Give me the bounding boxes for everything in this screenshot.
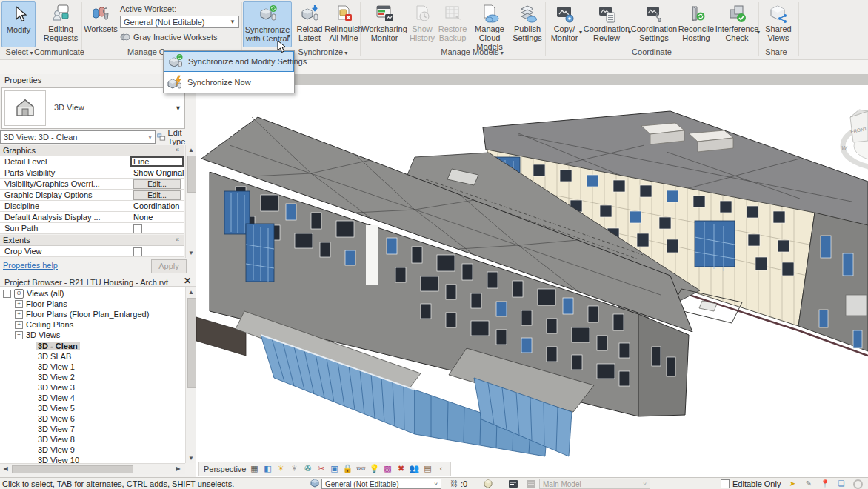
collapse-expander-icon[interactable]: −	[3, 290, 11, 298]
temporary-hide-isolate-icon[interactable]: 👓	[355, 464, 366, 474]
tree-item-3d-view-6[interactable]: 3D View 6	[38, 413, 75, 424]
property-row-default-analysis-display[interactable]: Default Analysis Display ... None	[0, 212, 184, 223]
properties-help-link[interactable]: Properties help	[3, 261, 58, 270]
collapse-expander-icon[interactable]: −	[15, 331, 23, 339]
apply-button[interactable]: Apply	[151, 259, 187, 273]
property-row-parts-visibility[interactable]: Parts Visibility Show Original	[0, 167, 184, 179]
scrollbar-thumb[interactable]	[187, 298, 196, 388]
scroll-right-icon[interactable]: ▶	[173, 464, 183, 473]
reconcile-hosting-button[interactable]: Reconcile Hosting	[678, 1, 714, 47]
worksharing-display-icon[interactable]: 👥	[409, 464, 419, 474]
section-extents[interactable]: Extents«	[0, 235, 184, 246]
menu-item-synchronize-now[interactable]: Synchronize Now	[164, 72, 294, 93]
collapse-section-icon[interactable]: «	[176, 236, 179, 243]
copy-monitor-button[interactable]: Copy/ Monitor ▾	[548, 1, 581, 47]
property-row-crop-view[interactable]: Crop View	[0, 246, 184, 257]
shadows-icon[interactable]: ☀	[289, 464, 299, 474]
sun-path-checkbox[interactable]	[133, 224, 142, 233]
displacement-icon[interactable]: ✖	[395, 464, 406, 474]
active-workset-dropdown[interactable]: General (Not Editable) ▼	[120, 16, 239, 28]
shared-views-button[interactable]: Shared Views	[763, 1, 794, 47]
browser-scrollbar[interactable]: ▲ ▼	[185, 287, 196, 463]
view-type-label[interactable]: Perspective	[204, 465, 246, 473]
view-cube[interactable]: FRONT W	[841, 110, 868, 168]
3d-model-canvas[interactable]: FRONT W	[196, 85, 868, 477]
tree-item-ceiling-plans[interactable]: + Ceiling Plans	[15, 319, 73, 330]
coordination-settings-button[interactable]: Coordination Settings	[631, 1, 677, 47]
select-elements-filter-icon[interactable]: ➤	[787, 479, 798, 489]
render-dialog-icon[interactable]: ✇	[302, 464, 313, 474]
edit-visibility-graphics-button[interactable]: Edit...	[133, 179, 181, 189]
tree-item-3d-view-7[interactable]: 3D View 7	[38, 424, 75, 434]
active-only-filter-icon[interactable]	[508, 479, 518, 489]
collapse-section-icon[interactable]: «	[176, 146, 179, 153]
scrollbar-thumb[interactable]	[12, 465, 133, 473]
reveal-hidden-elements-icon[interactable]: 💡	[369, 464, 379, 474]
editing-requests-status-icon[interactable]: ⛓	[449, 479, 459, 489]
scroll-down-icon[interactable]: ▼	[186, 248, 196, 258]
interference-check-button[interactable]: Interference Check ▾	[715, 1, 758, 47]
status-workset-dropdown[interactable]: General (Not Editable) ˅	[321, 479, 441, 489]
gray-inactive-worksets-toggle[interactable]: Gray Inactive Worksets	[120, 32, 218, 42]
edit-graphic-display-button[interactable]: Edit...	[133, 190, 181, 200]
analysis-display-icon[interactable]: ▤	[422, 464, 433, 474]
project-browser-title[interactable]: Project Browser - R21 LTU Housing - Arch…	[0, 276, 196, 287]
select-pinned-filter-icon[interactable]: 📍	[820, 479, 830, 489]
design-options-icon[interactable]	[483, 479, 493, 489]
coordination-review-button[interactable]: Coordination Review ▾	[584, 1, 630, 47]
scroll-up-icon[interactable]: ▲	[186, 287, 196, 297]
tree-item-3d-view-9[interactable]: 3D View 9	[38, 445, 75, 455]
drawing-area[interactable]: FRONT W	[196, 85, 868, 477]
edit-type-button[interactable]: Edit Type	[157, 130, 196, 144]
relinquish-all-mine-button[interactable]: Relinquish All Mine	[326, 1, 361, 47]
view-instance-dropdown[interactable]: 3D View: 3D - Clean ˅	[0, 130, 156, 144]
tree-item-3d-clean[interactable]: 3D - Clean	[36, 341, 80, 351]
type-selector[interactable]: 3D View ▼	[1, 87, 185, 129]
collapse-bar-icon[interactable]: ‹	[435, 464, 446, 474]
temporary-view-properties-icon[interactable]: ▩	[382, 464, 393, 474]
expand-expander-icon[interactable]: +	[15, 321, 23, 329]
property-row-discipline[interactable]: Discipline Coordination	[0, 201, 184, 212]
crop-view-icon[interactable]: ✂	[316, 464, 326, 474]
reload-latest-button[interactable]: Reload Latest	[295, 1, 324, 47]
worksets-button[interactable]: Worksets	[83, 1, 118, 47]
editable-only-control[interactable]: Editable Only	[721, 479, 781, 488]
lock-3d-view-icon[interactable]: 🔒	[342, 464, 353, 474]
panel-label-manage-models[interactable]: Manage Models	[433, 47, 511, 57]
select-underlay-filter-icon[interactable]: ❏	[836, 479, 847, 489]
crop-view-checkbox[interactable]	[133, 247, 142, 256]
close-icon[interactable]: ✕	[184, 276, 191, 285]
tree-item-3d-view-4[interactable]: 3D View 4	[38, 393, 75, 403]
tree-item-views-all[interactable]: − O Views (all)	[3, 288, 64, 299]
sun-path-icon[interactable]: ☀	[276, 464, 286, 474]
manage-cloud-models-button[interactable]: Manage Cloud Models	[470, 1, 510, 47]
selection-filter-ring-icon[interactable]	[853, 479, 863, 489]
editing-requests-button[interactable]: Editing Requests	[41, 1, 80, 47]
visual-style-icon[interactable]: ◧	[262, 464, 273, 474]
property-row-detail-level[interactable]: Detail Level Fine	[0, 156, 184, 167]
modify-button[interactable]: Modify	[1, 1, 36, 47]
expand-expander-icon[interactable]: +	[15, 310, 23, 319]
section-graphics[interactable]: Graphics«	[0, 145, 184, 156]
browser-horizontal-scrollbar[interactable]: ◀ ▶	[0, 463, 185, 474]
select-links-filter-icon[interactable]: ✎	[804, 479, 814, 489]
tree-item-3d-view-3[interactable]: 3D View 3	[38, 382, 75, 393]
tree-item-3d-view-2[interactable]: 3D View 2	[38, 372, 75, 382]
tree-item-floor-plans[interactable]: + Floor Plans	[15, 299, 67, 309]
tree-item-3d-view-10[interactable]: 3D View 10	[38, 455, 79, 463]
scroll-left-icon[interactable]: ◀	[1, 464, 10, 473]
panel-label-synchronize[interactable]: Synchronize	[286, 47, 360, 57]
tree-item-floor-plans-enlarged[interactable]: + Floor Plans (Floor Plan_Enlarged)	[15, 309, 149, 319]
tree-item-3d-view-5[interactable]: 3D View 5	[38, 403, 75, 413]
scroll-down-icon[interactable]: ▼	[186, 453, 196, 463]
tree-item-3d-views[interactable]: − 3D Views	[15, 330, 60, 340]
property-row-sun-path[interactable]: Sun Path	[0, 223, 184, 234]
editable-only-checkbox[interactable]	[721, 479, 730, 488]
scrollbar-thumb[interactable]	[187, 156, 196, 193]
scroll-up-icon[interactable]: ▲	[186, 145, 196, 155]
property-row-visibility-graphics[interactable]: Visibility/Graphics Overri... Edit...	[0, 179, 184, 190]
view-scale-icon[interactable]: ▦	[249, 464, 259, 474]
properties-scrollbar[interactable]: ▲ ▼	[185, 145, 196, 258]
publish-settings-button[interactable]: Publish Settings	[511, 1, 544, 47]
worksharing-monitor-button[interactable]: Worksharing Monitor	[363, 1, 406, 47]
